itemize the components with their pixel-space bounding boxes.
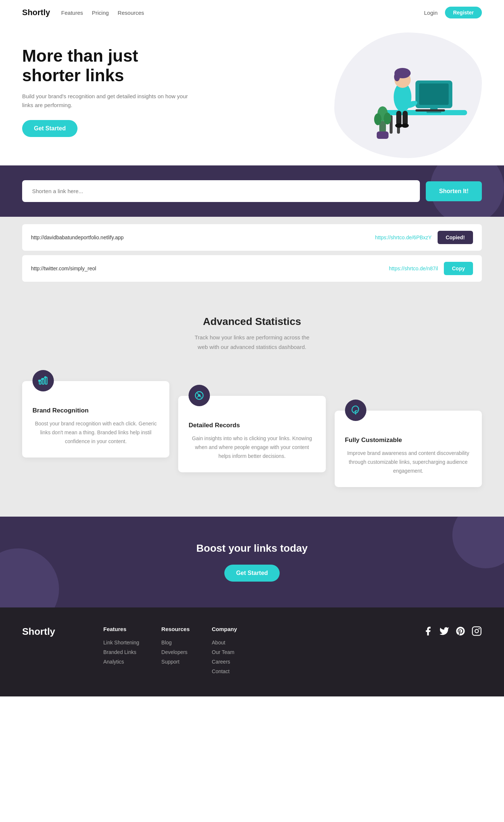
card-desc-1: Boost your brand recognition with each c… xyxy=(32,419,159,446)
footer-social xyxy=(423,626,482,636)
footer-columns: Features Link Shortening Branded Links A… xyxy=(103,626,401,678)
svg-rect-5 xyxy=(415,109,445,112)
facebook-icon[interactable] xyxy=(423,626,433,636)
cards-container: Brand Recognition Boost your brand recog… xyxy=(22,381,482,487)
svg-point-20 xyxy=(384,113,391,124)
cards-section: Brand Recognition Boost your brand recog… xyxy=(0,381,504,517)
footer: Shortly Features Link Shortening Branded… xyxy=(0,607,504,696)
results-section: http://davidbabatundeportfolio.netlify.a… xyxy=(0,217,504,294)
svg-point-12 xyxy=(394,72,400,81)
footer-logo: Shortly xyxy=(22,626,81,637)
result-short-2[interactable]: https://shrtco.de/n87il xyxy=(389,266,438,271)
card-brand-recognition: Brand Recognition Boost your brand recog… xyxy=(22,381,169,458)
card-desc-2: Gain insights into who is clicking your … xyxy=(189,434,315,460)
footer-link-about[interactable]: About xyxy=(212,640,237,645)
hero-image xyxy=(192,40,482,143)
nav-link-resources[interactable]: Resources xyxy=(118,10,144,16)
svg-point-26 xyxy=(42,379,43,380)
svg-point-33 xyxy=(479,628,480,630)
card-title-2: Detailed Records xyxy=(189,422,315,429)
svg-rect-2 xyxy=(419,83,449,105)
svg-rect-31 xyxy=(472,627,481,636)
card-customizable: Fully Customizable Improve brand awarene… xyxy=(335,411,482,487)
nav-links: Features Pricing Resources xyxy=(61,10,424,16)
hero-illustration xyxy=(356,40,482,143)
svg-rect-21 xyxy=(377,131,389,139)
footer-col-heading-features: Features xyxy=(103,626,139,632)
result-short-1[interactable]: https://shrtco.de/6PBxzY xyxy=(375,234,432,240)
hero-description: Build your brand's recognition and get d… xyxy=(22,92,192,110)
result-original-1: http://davidbabatundeportfolio.netlify.a… xyxy=(31,234,375,240)
footer-link-careers[interactable]: Careers xyxy=(212,659,237,665)
boost-cta-button[interactable]: Get Started xyxy=(224,565,280,582)
shortener-section: Shorten It! xyxy=(0,165,504,217)
nav-actions: Login Register xyxy=(424,7,482,18)
result-original-2: http://twitter.com/simply_reol xyxy=(31,266,389,271)
hero-heading: More than just shorter links xyxy=(22,46,192,85)
footer-link-branded-links[interactable]: Branded Links xyxy=(103,649,139,655)
nav-link-pricing[interactable]: Pricing xyxy=(92,10,109,16)
copy-button-2[interactable]: Copy xyxy=(444,262,473,275)
result-right-1: https://shrtco.de/6PBxzY Copied! xyxy=(375,231,473,244)
pinterest-icon[interactable] xyxy=(455,626,466,636)
svg-point-27 xyxy=(45,377,46,378)
svg-point-25 xyxy=(39,380,40,381)
hero-section: More than just shorter links Build your … xyxy=(0,25,504,165)
card-title-1: Brand Recognition xyxy=(32,407,159,414)
boost-section: Boost your links today Get Started xyxy=(0,517,504,607)
footer-link-blog[interactable]: Blog xyxy=(161,640,190,645)
svg-point-16 xyxy=(401,123,409,128)
hero-text: More than just shorter links Build your … xyxy=(22,46,192,137)
footer-link-link-shortening[interactable]: Link Shortening xyxy=(103,640,139,645)
svg-point-19 xyxy=(374,113,382,125)
hero-cta-button[interactable]: Get Started xyxy=(22,120,77,137)
shortener-box: Shorten It! xyxy=(22,180,482,202)
nav-link-features[interactable]: Features xyxy=(61,10,83,16)
boost-heading: Boost your links today xyxy=(22,542,482,554)
navbar: Shortly Features Pricing Resources Login… xyxy=(0,0,504,25)
nav-login[interactable]: Login xyxy=(424,10,438,16)
footer-col-heading-resources: Resources xyxy=(161,626,190,632)
stats-heading: Advanced Statistics xyxy=(22,316,482,328)
result-right-2: https://shrtco.de/n87il Copy xyxy=(389,262,473,275)
shorten-button[interactable]: Shorten It! xyxy=(426,181,482,201)
footer-col-resources: Resources Blog Developers Support xyxy=(161,626,190,678)
twitter-icon[interactable] xyxy=(439,626,449,636)
card-detailed-records: Detailed Records Gain insights into who … xyxy=(178,396,325,472)
footer-link-analytics[interactable]: Analytics xyxy=(103,659,139,665)
card-icon-chart xyxy=(32,370,54,391)
footer-col-heading-company: Company xyxy=(212,626,237,632)
card-desc-3: Improve brand awareness and content disc… xyxy=(345,449,472,475)
stats-section: Advanced Statistics Track how your links… xyxy=(0,294,504,381)
svg-point-32 xyxy=(475,630,478,633)
footer-link-support[interactable]: Support xyxy=(161,659,190,665)
card-icon-leaf xyxy=(345,400,366,421)
result-item-2: http://twitter.com/simply_reol https://s… xyxy=(22,255,482,282)
card-title-3: Fully Customizable xyxy=(345,436,472,444)
footer-link-developers[interactable]: Developers xyxy=(161,649,190,655)
shorten-input[interactable] xyxy=(22,180,420,202)
footer-link-our-team[interactable]: Our Team xyxy=(212,649,237,655)
copy-button-1[interactable]: Copied! xyxy=(438,231,473,244)
footer-link-contact[interactable]: Contact xyxy=(212,668,237,674)
result-item-1: http://davidbabatundeportfolio.netlify.a… xyxy=(22,224,482,251)
footer-col-company: Company About Our Team Careers Contact xyxy=(212,626,237,678)
card-icon-gauge xyxy=(189,385,210,406)
footer-col-features: Features Link Shortening Branded Links A… xyxy=(103,626,139,678)
register-button[interactable]: Register xyxy=(445,7,482,18)
stats-description: Track how your links are performing acro… xyxy=(189,333,315,352)
nav-logo[interactable]: Shortly xyxy=(22,8,50,17)
instagram-icon[interactable] xyxy=(472,626,482,636)
